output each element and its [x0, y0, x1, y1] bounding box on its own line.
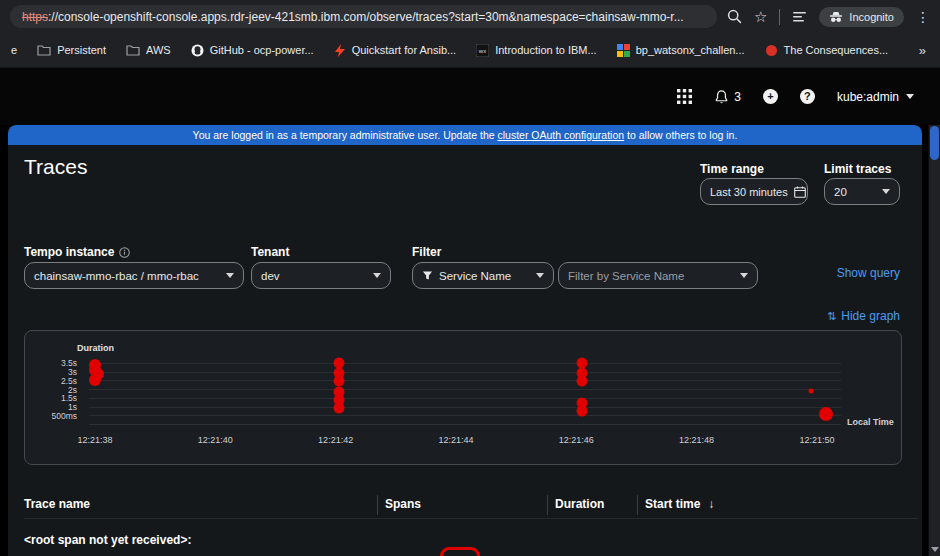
bookmark-label: Persistent [57, 44, 106, 56]
chart-gridline [89, 407, 841, 408]
login-banner: You are logged in as a temporary adminis… [8, 125, 922, 145]
github-icon [191, 44, 204, 57]
chart-point[interactable] [808, 388, 813, 393]
info-icon[interactable] [119, 247, 130, 258]
x-tick-label: 12:21:48 [679, 435, 714, 445]
filter-type-select[interactable]: Service Name [412, 262, 554, 289]
folder-icon [126, 44, 140, 56]
caret-down-icon [373, 273, 381, 278]
caret-down-icon [536, 273, 544, 278]
chevron-down-icon [906, 94, 914, 99]
colorful-icon [617, 44, 630, 57]
limit-traces-select[interactable]: 20 [824, 178, 900, 205]
page-title: Traces [24, 155, 87, 179]
user-name: kube:admin [837, 90, 899, 104]
traces-page: Traces Time range Last 30 minutes Limit … [8, 145, 922, 556]
filter-label: Filter [412, 245, 441, 259]
tenant-label: Tenant [251, 245, 289, 259]
toolbar-icons: ☆ Incognito ⋮ [727, 7, 930, 27]
time-range-value: Last 30 minutes [710, 186, 788, 198]
bookmarks-overflow-chevron[interactable]: » [919, 43, 936, 58]
bookmark-item[interactable]: Persistent [30, 41, 113, 59]
x-tick-label: 12:21:44 [438, 435, 473, 445]
scrollbar-thumb[interactable] [930, 126, 939, 160]
column-header-label: Start time [645, 497, 700, 511]
column-header[interactable]: Start time↓ [645, 497, 714, 511]
column-header[interactable]: Trace name [24, 497, 90, 511]
x-tick-label: 12:21:50 [799, 435, 834, 445]
user-menu[interactable]: kube:admin [837, 90, 914, 104]
incognito-badge: Incognito [819, 7, 904, 27]
browser-menu-icon[interactable]: ⋮ [916, 10, 930, 24]
chart-gridline [89, 372, 841, 373]
bookmark-item[interactable]: bp_watsonx_challen... [610, 41, 752, 60]
chart-point[interactable] [89, 374, 101, 386]
bell-icon [714, 89, 729, 105]
console-masthead: 3 + ? kube:admin [0, 68, 940, 125]
bookmark-item[interactable]: Quickstart for Ansib... [327, 41, 464, 60]
svg-text:wx: wx [478, 48, 486, 54]
notifications-button[interactable]: 3 [714, 89, 741, 105]
bookmark-item[interactable]: The Consequences... [758, 41, 896, 60]
oauth-config-link[interactable]: cluster OAuth configuration [497, 129, 624, 141]
bookmark-label: bp_watsonx_challen... [636, 44, 745, 56]
filter-funnel-icon [422, 270, 433, 281]
scrollbar-down-button[interactable] [929, 542, 940, 556]
bookmark-item[interactable]: AWS [119, 41, 178, 59]
bookmark-item[interactable]: e [4, 41, 24, 59]
quick-create-icon[interactable]: + [763, 89, 778, 104]
limit-traces-value: 20 [834, 186, 847, 198]
chart-gridline [89, 380, 841, 381]
bookmarks-items: ePersistentAWSGitHub - ocp-power...Quick… [4, 41, 913, 60]
tempo-instance-label-text: Tempo instance [24, 245, 114, 259]
column-header-label: Trace name [24, 497, 90, 511]
toolbar-divider [779, 9, 780, 25]
chart-gridline [89, 415, 841, 416]
column-header[interactable]: Duration [555, 497, 604, 511]
limit-traces-label: Limit traces [824, 162, 891, 176]
hide-graph-link[interactable]: ⇅ Hide graph [827, 309, 900, 323]
banner-text-before: You are logged in as a temporary adminis… [193, 129, 498, 141]
incognito-label: Incognito [849, 11, 894, 23]
reading-list-icon[interactable] [792, 10, 807, 23]
search-icon[interactable] [727, 9, 742, 24]
tenant-select[interactable]: dev [251, 262, 391, 289]
bookmark-item[interactable]: wxIntroduction to IBM... [469, 41, 604, 60]
x-tick-label: 12:21:40 [198, 435, 233, 445]
scroll-down-icon [931, 547, 939, 552]
table-header-row: Trace nameSpansDurationStart time↓ [24, 493, 918, 519]
bookmark-item[interactable]: GitHub - ocp-power... [184, 41, 321, 60]
lightning-icon [334, 44, 346, 57]
url-scheme: https [22, 10, 48, 24]
chart-point[interactable] [333, 403, 344, 414]
x-tick-label: 12:21:38 [77, 435, 112, 445]
y-axis-title: Duration [77, 343, 114, 353]
filter-value-input[interactable]: Filter by Service Name [558, 262, 758, 289]
chart-gridline [89, 389, 841, 390]
y-tick-label: 500ms [19, 411, 77, 421]
chart-point[interactable] [577, 376, 588, 387]
tempo-instance-select[interactable]: chainsaw-mmo-rbac / mmo-rbac [24, 262, 244, 289]
page-scrollbar[interactable] [928, 125, 940, 556]
filter-type-value: Service Name [439, 270, 530, 282]
address-bar[interactable]: https://console-openshift-console.apps.r… [10, 5, 717, 28]
chart-point[interactable] [333, 376, 344, 387]
chart-x-axis: 12:21:3812:21:4012:21:4212:21:4412:21:46… [89, 429, 841, 445]
sort-desc-icon[interactable]: ↓ [708, 497, 714, 511]
chart-gridline [89, 363, 841, 364]
bookmark-star-icon[interactable]: ☆ [754, 9, 767, 24]
trace-name-cell[interactable]: <root span not yet received>: [24, 533, 191, 547]
show-query-link[interactable]: Show query [837, 266, 900, 280]
collapse-arrows-icon: ⇅ [827, 310, 836, 323]
time-range-select[interactable]: Last 30 minutes [700, 178, 808, 205]
time-range-label: Time range [700, 162, 764, 176]
chart-point[interactable] [577, 405, 588, 416]
help-icon[interactable]: ? [800, 89, 815, 104]
bookmark-label: e [11, 44, 17, 56]
bookmark-label: The Consequences... [784, 44, 889, 56]
app-launcher-icon[interactable] [677, 89, 692, 104]
column-divider [377, 495, 378, 515]
chart-point[interactable] [819, 407, 833, 421]
column-header[interactable]: Spans [385, 497, 421, 511]
chart-gridline [89, 398, 841, 399]
